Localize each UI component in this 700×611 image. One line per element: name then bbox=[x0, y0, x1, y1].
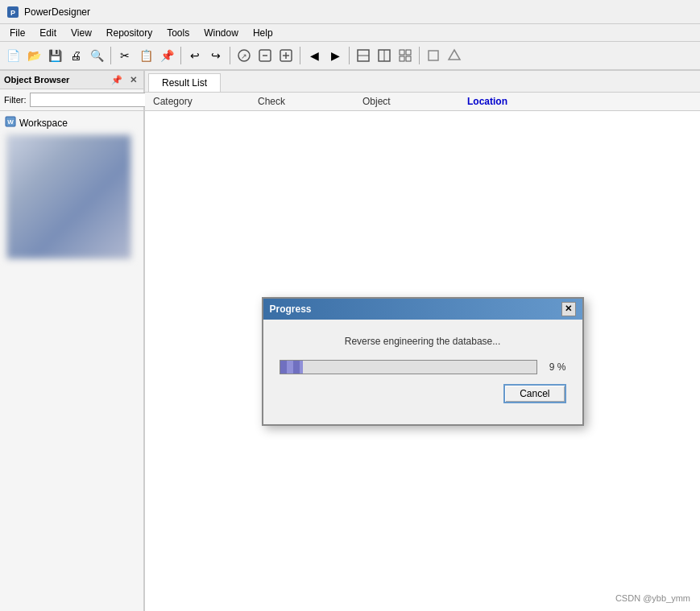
toolbar-btn-a[interactable]: ↗ bbox=[234, 46, 254, 65]
workspace-label: Workspace bbox=[19, 118, 68, 129]
progress-dialog-title: Progress bbox=[270, 303, 312, 315]
progress-dialog: Progress ✕ Reverse engineering the datab… bbox=[262, 297, 584, 426]
toolbar-sep-5 bbox=[349, 47, 350, 64]
toolbar-extra1[interactable] bbox=[424, 46, 443, 65]
result-tab-bar: Result List bbox=[145, 71, 700, 93]
app-title: PowerDesigner bbox=[24, 6, 90, 18]
toolbar-print[interactable]: 🖨 bbox=[66, 46, 85, 65]
menu-file[interactable]: File bbox=[3, 26, 31, 40]
cancel-button[interactable]: Cancel bbox=[503, 384, 565, 403]
workspace-tree-item[interactable]: W Workspace bbox=[3, 114, 140, 131]
svg-rect-15 bbox=[400, 56, 404, 61]
toolbar-btn-c[interactable] bbox=[276, 46, 296, 65]
content-area: Result List Category Check Object Locati… bbox=[145, 71, 700, 611]
svg-rect-13 bbox=[400, 50, 404, 55]
toolbar-layout2[interactable] bbox=[375, 46, 394, 65]
result-body: Progress ✕ Reverse engineering the datab… bbox=[145, 111, 700, 611]
menu-help[interactable]: Help bbox=[246, 26, 280, 40]
menu-view[interactable]: View bbox=[64, 26, 98, 40]
toolbar-sep-4 bbox=[300, 47, 300, 64]
filter-input[interactable] bbox=[30, 93, 146, 107]
toolbar-paste[interactable]: 📌 bbox=[157, 46, 176, 65]
toolbar-layout1[interactable] bbox=[354, 46, 373, 65]
toolbar-find[interactable]: 🔍 bbox=[87, 46, 106, 65]
toolbar-back[interactable]: ◀ bbox=[304, 46, 324, 65]
toolbar-open[interactable]: 📂 bbox=[24, 46, 43, 65]
svg-text:↗: ↗ bbox=[241, 52, 247, 60]
main-area: Object Browser 📌 ✕ Filter: ✕ ↵ W Workspa… bbox=[0, 71, 700, 611]
col-category: Category bbox=[145, 96, 250, 107]
toolbar: 📄 📂 💾 🖨 🔍 ✂ 📋 📌 ↩ ↪ ↗ ◀ ▶ bbox=[0, 42, 700, 71]
toolbar-extra2[interactable] bbox=[445, 46, 464, 65]
ob-title: Object Browser bbox=[4, 75, 107, 85]
menu-window[interactable]: Window bbox=[197, 26, 245, 40]
workspace-icon: W bbox=[5, 116, 16, 130]
col-location: Location bbox=[459, 96, 564, 107]
svg-marker-18 bbox=[449, 50, 460, 60]
result-list-tab[interactable]: Result List bbox=[148, 73, 221, 92]
toolbar-undo[interactable]: ↩ bbox=[185, 46, 205, 65]
progress-content: Reverse engineering the database... 9 % … bbox=[263, 320, 582, 415]
ob-filter: Filter: ✕ ↵ bbox=[0, 89, 143, 111]
ob-pin-btn[interactable]: 📌 bbox=[110, 73, 123, 86]
toolbar-sep-2 bbox=[180, 47, 181, 64]
svg-text:P: P bbox=[10, 9, 15, 17]
menu-repository[interactable]: Repository bbox=[100, 26, 159, 40]
toolbar-redo[interactable]: ↪ bbox=[206, 46, 226, 65]
svg-rect-17 bbox=[429, 51, 438, 60]
toolbar-forward[interactable]: ▶ bbox=[325, 46, 345, 65]
filter-label: Filter: bbox=[4, 95, 27, 105]
menu-edit[interactable]: Edit bbox=[33, 26, 63, 40]
ob-tree: W Workspace bbox=[0, 111, 143, 611]
toolbar-layout3[interactable] bbox=[396, 46, 415, 65]
result-header: Category Check Object Location bbox=[145, 93, 700, 111]
progress-message: Reverse engineering the database... bbox=[280, 336, 566, 347]
col-object: Object bbox=[354, 96, 459, 107]
title-bar: P PowerDesigner bbox=[0, 0, 700, 24]
ob-close-btn[interactable]: ✕ bbox=[126, 73, 139, 86]
workspace-preview bbox=[6, 134, 131, 259]
menu-tools[interactable]: Tools bbox=[160, 26, 196, 40]
toolbar-save[interactable]: 💾 bbox=[45, 46, 64, 65]
progress-bar-area: 9 % bbox=[280, 360, 566, 374]
app-icon: P bbox=[6, 6, 19, 19]
progress-buttons: Cancel bbox=[280, 384, 566, 403]
ob-header: Object Browser 📌 ✕ bbox=[0, 71, 143, 89]
toolbar-copy[interactable]: 📋 bbox=[136, 46, 155, 65]
toolbar-new[interactable]: 📄 bbox=[3, 46, 23, 65]
toolbar-sep-6 bbox=[419, 47, 420, 64]
progress-percent: 9 % bbox=[544, 361, 566, 373]
toolbar-btn-b[interactable] bbox=[255, 46, 275, 65]
toolbar-sep-3 bbox=[230, 47, 230, 64]
svg-rect-14 bbox=[406, 50, 411, 55]
progress-overlay: Progress ✕ Reverse engineering the datab… bbox=[145, 111, 700, 611]
object-browser: Object Browser 📌 ✕ Filter: ✕ ↵ W Workspa… bbox=[0, 71, 145, 611]
progress-title-bar: Progress ✕ bbox=[263, 299, 582, 320]
progress-bar-container bbox=[280, 360, 537, 374]
toolbar-sep-1 bbox=[110, 47, 111, 64]
progress-bar-fill bbox=[280, 361, 304, 374]
svg-rect-16 bbox=[406, 56, 411, 61]
toolbar-cut[interactable]: ✂ bbox=[115, 46, 135, 65]
svg-text:W: W bbox=[7, 118, 14, 126]
result-list-tab-label: Result List bbox=[162, 77, 207, 89]
progress-close-btn[interactable]: ✕ bbox=[561, 302, 576, 316]
menu-bar: File Edit View Repository Tools Window H… bbox=[0, 24, 700, 42]
col-check: Check bbox=[250, 96, 354, 107]
